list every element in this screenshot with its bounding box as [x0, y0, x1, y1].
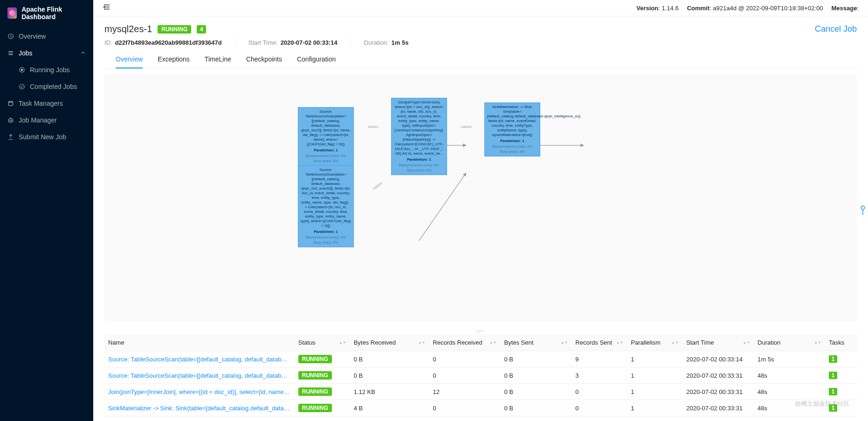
tab-configuration[interactable]: Configuration — [297, 51, 336, 68]
task-name[interactable]: SinkMaterializer -> Sink: Sink(table=[de… — [104, 400, 295, 416]
node-busy: Busy (max): 0% — [487, 149, 537, 154]
cell-start-time: 2020-07-02 00:33:14 — [682, 351, 754, 367]
table-row[interactable]: Join(joinType=[InnerJoin], where=[(id = … — [104, 384, 857, 400]
cell-start-time: 2020-07-02 00:33:31 — [682, 384, 754, 400]
tab-exceptions[interactable]: Exceptions — [158, 51, 189, 68]
cell-records-received: 0 — [429, 351, 501, 367]
tab-checkpoints[interactable]: Checkpoints — [246, 51, 282, 68]
sidebar-item-completed-jobs[interactable]: Completed Jobs — [0, 78, 93, 95]
th-parallelism[interactable]: Parallelism▲▼ — [627, 334, 682, 351]
task-name[interactable]: Join(joinType=[InnerJoin], where=[(id = … — [104, 384, 295, 400]
cell-records-received: 0 — [429, 400, 501, 416]
svg-line-8 — [419, 173, 466, 241]
graph-node-sink[interactable]: SinkMaterializer -> Sink: Sink(table=[de… — [484, 102, 540, 156]
node-backpressure: Backpressured (max): 0% — [301, 235, 351, 239]
sidebar-item-running-jobs[interactable]: Running Jobs — [0, 61, 93, 78]
cell-records-received: 12 — [429, 384, 501, 400]
graph-node-source1[interactable]: Source: TableSourceScan(table=[[default_… — [298, 107, 354, 166]
tab-timeline[interactable]: TimeLine — [205, 51, 231, 68]
cell-bytes-received: 0 B — [350, 367, 429, 384]
table-row[interactable]: Source: TableSourceScan(table=[[default_… — [104, 367, 857, 384]
node-backpressure: Backpressured (max): 0% — [301, 154, 351, 158]
sidebar-item-job-manager[interactable]: Job Manager — [0, 112, 93, 129]
table-row[interactable]: Source: TableSourceScan(table=[[default_… — [104, 351, 857, 367]
cell-tasks: 1 — [825, 400, 857, 416]
job-tabs: Overview Exceptions TimeLine Checkpoints… — [104, 51, 857, 69]
sidebar-item-task-managers[interactable]: Task Managers — [0, 95, 93, 112]
sidebar-item-jobs[interactable]: Jobs — [0, 45, 93, 61]
task-name[interactable]: Source: TableSourceScan(table=[[default_… — [104, 351, 295, 367]
svg-point-10 — [861, 206, 865, 210]
app-title: Apache Flink Dashboard — [21, 6, 86, 20]
graph-node-join[interactable]: Join(joinType=[InnerJoin], where=[(id = … — [391, 98, 447, 175]
cell-start-time: 2020-07-02 00:33:31 — [682, 400, 754, 416]
cell-bytes-sent: 0 B — [500, 384, 572, 400]
expand-handle[interactable]: ⋯ — [93, 327, 868, 334]
side-pin-icon[interactable] — [858, 201, 868, 220]
check-circle-icon — [19, 83, 25, 90]
th-duration[interactable]: Duration▲▼ — [754, 334, 825, 351]
job-id: IDd22f7b4893ea9620ab99881df393647d — [104, 39, 222, 46]
sort-icon[interactable]: ▲▼ — [489, 341, 497, 345]
task-status: RUNNING — [295, 351, 350, 367]
job-duration: Duration1m 5s — [364, 39, 409, 46]
sidebar-label: Submit New Job — [19, 133, 66, 141]
sort-icon[interactable]: ▲▼ — [616, 341, 623, 345]
sort-icon[interactable]: ▲▼ — [671, 341, 679, 345]
sidebar-item-submit-new-job[interactable]: Submit New Job — [0, 129, 93, 145]
svg-rect-6 — [10, 120, 12, 122]
sort-icon[interactable]: ▲▼ — [814, 341, 821, 345]
sidebar-item-overview[interactable]: Overview — [0, 28, 93, 45]
sort-icon[interactable]: ▲▼ — [418, 341, 426, 345]
dashboard-icon — [7, 33, 14, 40]
task-status: RUNNING — [295, 384, 350, 400]
table-row[interactable]: SinkMaterializer -> Sink: Sink(table=[de… — [104, 400, 857, 416]
sidebar-label: Running Jobs — [30, 66, 70, 74]
bars-icon — [7, 50, 14, 56]
sort-icon[interactable]: ▲▼ — [561, 341, 568, 345]
cell-bytes-sent: 0 B — [500, 400, 572, 416]
svg-rect-5 — [8, 102, 13, 106]
schedule-icon — [7, 100, 14, 107]
edge-label: HASH — [372, 181, 383, 190]
th-bytes-sent[interactable]: Bytes Sent▲▼ — [500, 334, 572, 351]
sort-icon[interactable]: ▲▼ — [743, 341, 750, 345]
cell-bytes-received: 0 B — [350, 351, 429, 367]
th-bytes-received[interactable]: Bytes Received▲▼ — [350, 334, 429, 351]
node-busy: Busy (max): 0% — [301, 159, 351, 163]
node-busy: Busy (max): 0% — [394, 168, 444, 172]
node-text: Join(joinType=[InnerJoin], where=[(id = … — [394, 100, 444, 156]
svg-point-0 — [9, 10, 15, 16]
th-start-time[interactable]: Start Time▲▼ — [682, 334, 754, 351]
job-graph[interactable]: Source: TableSourceScan(table=[[default_… — [104, 75, 857, 321]
sidebar-label: Completed Jobs — [30, 83, 77, 90]
th-status[interactable]: Status▲▼ — [295, 334, 350, 351]
cell-tasks: 1 — [825, 351, 857, 367]
node-parallelism: Parallelism: 1 — [301, 230, 351, 234]
task-status: RUNNING — [295, 400, 350, 416]
tab-overview[interactable]: Overview — [116, 51, 143, 68]
chevron-up-icon — [80, 49, 86, 57]
upload-icon — [7, 134, 14, 140]
edge-label: HASH — [461, 125, 471, 129]
menu-fold-icon[interactable] — [103, 3, 111, 13]
task-name[interactable]: Source: TableSourceScan(table=[[default_… — [104, 367, 295, 384]
sort-icon[interactable]: ▲▼ — [339, 341, 346, 345]
th-records-sent[interactable]: Records Sent▲▼ — [572, 334, 627, 351]
topbar: Version: 1.14.6 Commit: a921a4d @ 2022-0… — [93, 0, 868, 16]
cell-bytes-sent: 0 B — [500, 351, 572, 367]
th-tasks[interactable]: Tasks — [825, 334, 857, 351]
cell-duration: 48s — [754, 384, 825, 400]
node-text: SinkMaterializer -> Sink: Sink(table=[de… — [487, 105, 537, 137]
th-name[interactable]: Name — [104, 334, 295, 351]
cell-start-time: 2020-07-02 00:33:31 — [682, 367, 754, 384]
th-records-received[interactable]: Records Received▲▼ — [429, 334, 501, 351]
cancel-job-button[interactable]: Cancel Job — [815, 24, 857, 34]
sidebar-label: Task Managers — [19, 100, 63, 107]
task-status: RUNNING — [295, 367, 350, 384]
cell-parallelism: 1 — [627, 384, 682, 400]
cell-records-received: 0 — [429, 367, 501, 384]
graph-node-source2[interactable]: Source: TableSourceScan(table=[[default_… — [298, 165, 354, 247]
cell-bytes-sent: 0 B — [500, 367, 572, 384]
node-parallelism: Parallelism: 1 — [487, 139, 537, 143]
